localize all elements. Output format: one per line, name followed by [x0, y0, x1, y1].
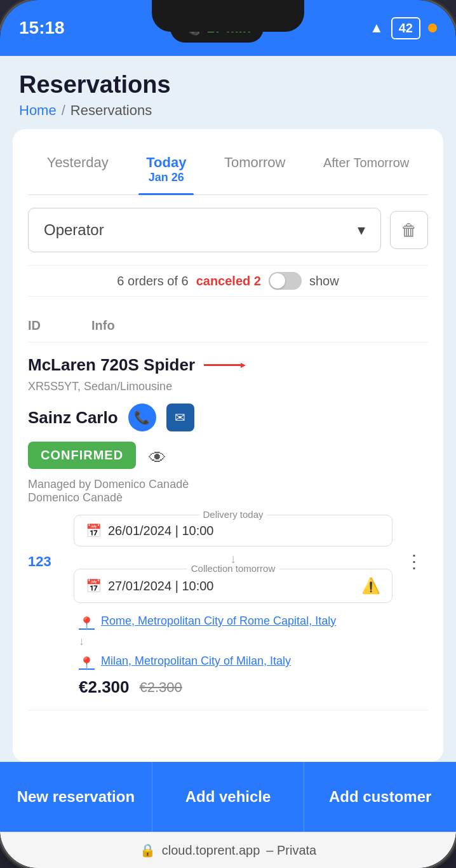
location-to-icon: 📍 — [79, 656, 95, 671]
status-bar: 15:18 📞 17 min ▲ 42 — [0, 0, 456, 56]
tab-today-date: Jan 26 — [146, 171, 186, 184]
breadcrumb-current: Reservations — [70, 102, 152, 119]
status-time: 15:18 — [19, 18, 65, 38]
page-title: Reservations — [19, 71, 437, 98]
price-row: €2.300 €2.300 — [79, 677, 428, 697]
lock-icon: 🔒 — [140, 843, 156, 858]
delivery-date-value: 26/01/2024 | 10:00 — [108, 524, 213, 538]
operator-label: Operator — [44, 221, 104, 239]
vehicle-status-indicator — [204, 364, 242, 366]
dropdown-arrow: ▾ — [358, 221, 365, 239]
order-card: McLaren 720S Spider XR5S5YT, Sedan/Limou… — [28, 342, 428, 710]
location-from-row[interactable]: 📍 Rome, Metropolitan City of Rome Capita… — [79, 614, 428, 631]
orders-count: 6 orders of 6 — [117, 274, 188, 288]
calendar-icon-delivery: 📅 — [86, 523, 102, 538]
url-text: cloud.toprent.app — [162, 843, 260, 858]
date-tabs: Yesterday Today Jan 26 Tomorrow After To… — [28, 144, 428, 195]
location-to-row[interactable]: 📍 Milan, Metropolitan City of Milan, Ita… — [79, 654, 428, 671]
price-main: €2.300 — [79, 677, 130, 697]
clear-operator-button[interactable]: 🗑 — [390, 211, 428, 249]
table-header: ID Info — [28, 309, 428, 342]
show-canceled-toggle[interactable] — [269, 272, 302, 290]
breadcrumb-separator: / — [62, 102, 65, 119]
order-details-row: 123 Delivery today 📅 26/01/2024 | 10:00 … — [28, 515, 428, 608]
orders-info: 6 orders of 6 canceled 2 show — [28, 265, 428, 297]
screen: Reservations Home / Reservations Yesterd… — [0, 56, 456, 868]
vehicle-subtitle: XR5S5YT, Sedan/Limousine — [28, 380, 428, 393]
more-options-button[interactable]: ⋮ — [400, 546, 428, 577]
collection-date-value: 27/01/2024 | 10:00 — [108, 579, 213, 593]
calendar-icon-collection: 📅 — [86, 578, 102, 593]
status-right: ▲ 42 — [370, 17, 437, 39]
location-from-icon: 📍 — [79, 616, 95, 631]
dates-column: Delivery today 📅 26/01/2024 | 10:00 ↓ Co… — [74, 515, 392, 608]
order-id: 123 — [28, 553, 66, 570]
customer-row: Sainz Carlo 📞 ✉ — [28, 403, 428, 431]
tab-yesterday[interactable]: Yesterday — [39, 144, 116, 194]
add-customer-button[interactable]: Add customer — [304, 762, 456, 832]
email-customer-button[interactable]: ✉ — [166, 403, 194, 431]
wifi-icon: ▲ — [370, 20, 384, 36]
col-header-id: ID — [28, 318, 79, 333]
app-header: Reservations Home / Reservations — [0, 56, 456, 129]
show-label: show — [309, 274, 339, 288]
col-header-info: Info — [91, 318, 428, 333]
status-dot — [428, 24, 437, 32]
main-card: Yesterday Today Jan 26 Tomorrow After To… — [13, 129, 443, 762]
price-strikethrough: €2.300 — [140, 679, 182, 696]
battery-indicator: 42 — [391, 17, 420, 39]
tab-today[interactable]: Today Jan 26 — [138, 144, 194, 194]
delivery-date-chip[interactable]: Delivery today 📅 26/01/2024 | 10:00 — [74, 515, 392, 546]
view-order-button[interactable]: 👁 — [149, 447, 166, 468]
location-to: Milan, Metropolitan City of Milan, Italy — [101, 654, 291, 668]
phone-body: 15:18 📞 17 min ▲ 42 Reservations Home / … — [0, 0, 456, 868]
privacy-text: – Privata — [266, 843, 316, 858]
customer-name: Sainz Carlo — [28, 408, 118, 428]
collection-label: Collection tomorrow — [187, 563, 279, 574]
operator-row: Operator ▾ 🗑 — [28, 208, 428, 252]
notch — [152, 0, 304, 32]
trash-icon: 🗑 — [401, 220, 417, 240]
tab-after-tomorrow[interactable]: After Tomorrow — [316, 144, 417, 194]
call-customer-button[interactable]: 📞 — [128, 403, 156, 431]
status-badge: CONFIRMED — [28, 442, 136, 469]
breadcrumb-home[interactable]: Home — [19, 102, 57, 119]
toggle-knob — [270, 273, 285, 288]
email-icon: ✉ — [175, 410, 185, 425]
vehicle-row: McLaren 720S Spider — [28, 355, 428, 375]
operator-select[interactable]: Operator ▾ — [28, 208, 381, 252]
new-reservation-button[interactable]: New reservation — [0, 762, 152, 832]
bottom-bar: New reservation Add vehicle Add customer — [0, 762, 456, 832]
vehicle-name: McLaren 720S Spider — [28, 355, 195, 375]
collection-date-chip[interactable]: Collection tomorrow 📅 27/01/2024 | 10:00… — [74, 569, 392, 603]
tab-tomorrow[interactable]: Tomorrow — [217, 144, 293, 194]
phone-frame: 15:18 📞 17 min ▲ 42 Reservations Home / … — [0, 0, 456, 868]
managed-by: Managed by Domenico Canadè Domenico Cana… — [28, 478, 428, 505]
delivery-label: Delivery today — [199, 509, 267, 520]
warning-icon: ⚠️ — [361, 577, 380, 595]
canceled-count: canceled 2 — [196, 274, 261, 288]
breadcrumb: Home / Reservations — [19, 102, 437, 119]
url-bar: 🔒 cloud.toprent.app – Privata — [0, 832, 456, 868]
add-vehicle-button[interactable]: Add vehicle — [152, 762, 305, 832]
location-from: Rome, Metropolitan City of Rome Capital,… — [101, 614, 336, 628]
phone-call-icon: 📞 — [134, 410, 150, 425]
